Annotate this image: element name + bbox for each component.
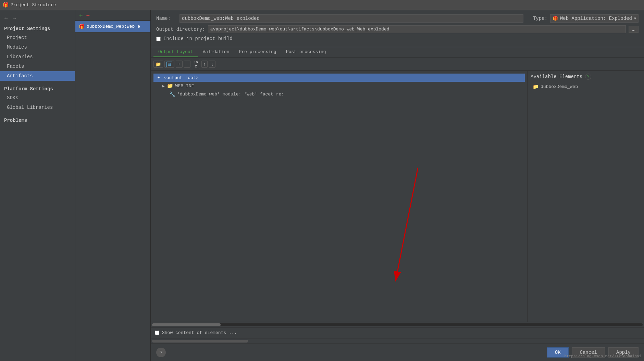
expand-arrow-icon: ▶ [162, 84, 165, 88]
move-down-icon: ↓ [211, 62, 213, 67]
tab-output-layout[interactable]: Output Layout [153, 47, 198, 57]
include-checkbox[interactable] [156, 37, 161, 41]
bottom-left: ? [156, 348, 166, 357]
title-text: Project Structure [11, 2, 56, 8]
sidebar-item-artifacts[interactable]: Artifacts [0, 71, 75, 81]
output-main: ◈ <output root> ▶ 📁 WEB-INF 🔧 'dub [151, 71, 644, 322]
artifact-gift-icon: 🎁 [79, 24, 85, 29]
sort-btn[interactable]: ↕az [192, 59, 200, 69]
bottom-scrollbar-area[interactable] [151, 338, 644, 344]
move-up-icon: ↑ [203, 62, 206, 67]
project-icon: 📁 [533, 84, 538, 90]
available-title: Available Elements [531, 74, 582, 79]
scrollbar-thumb[interactable] [152, 323, 221, 326]
module-web-label: 'dubboxDemo_web' module: 'Web' facet re: [177, 92, 284, 97]
available-item-dubbox[interactable]: 📁 dubboxDemo_web [531, 82, 641, 91]
move-down-btn[interactable]: ↓ [209, 61, 215, 68]
main-layout: ← → Project Settings Project Modules Lib… [0, 10, 644, 361]
name-input[interactable] [179, 14, 523, 23]
name-label: Name: [156, 16, 177, 21]
sidebar-item-facets[interactable]: Facets [0, 62, 75, 71]
sidebar-item-project[interactable]: Project [0, 33, 75, 42]
horizontal-scrollbar[interactable] [151, 322, 644, 327]
file-btn[interactable]: ▦ [164, 61, 174, 68]
type-dropdown[interactable]: 🎁 Web Application: Exploded ▼ [550, 14, 639, 23]
remove-element-btn[interactable]: − [184, 61, 191, 68]
watermark: https://blog.csdn.net/ITxiaobaibai [565, 354, 641, 358]
module-icon: 🔧 [169, 91, 175, 97]
output-root-icon: ◈ [156, 75, 162, 81]
available-help-button[interactable]: ? [585, 74, 591, 80]
tab-pre-processing[interactable]: Pre-processing [234, 47, 281, 57]
name-row: Name: Type: 🎁 Web Application: Exploded … [156, 14, 639, 23]
artifact-item-label: dubboxDemo_web:Web e [87, 24, 140, 29]
available-item-label: dubboxDemo_web [541, 84, 578, 89]
add-element-icon: + [178, 62, 181, 67]
available-header: Available Elements ? [531, 74, 641, 80]
artifact-toolbar: + − [75, 10, 150, 21]
output-dir-row: Output directory: ... [156, 25, 639, 33]
output-layout-inner: 📁 ▦ + − ↕az ↑ [151, 57, 644, 338]
title-icon: 🎁 [3, 2, 9, 8]
platform-settings-header: Platform Settings [0, 85, 75, 93]
problems-header: Problems [0, 116, 75, 125]
sort-icon: ↕az [194, 60, 198, 68]
sidebar-item-modules[interactable]: Modules [0, 42, 75, 52]
show-content-checkbox[interactable] [155, 331, 159, 335]
project-settings-header: Project Settings [0, 25, 75, 33]
add-artifact-button[interactable]: + [78, 12, 84, 18]
scrollbar-track [152, 323, 643, 326]
type-value-text: Web Application: Exploded [560, 16, 632, 21]
title-bar: 🎁 Project Structure [0, 0, 644, 10]
h-scrollbar-thumb[interactable] [152, 340, 248, 343]
include-label: Include in project build [163, 36, 233, 41]
sidebar-item-global-libraries[interactable]: Global Libraries [0, 103, 75, 112]
content-area: Name: Type: 🎁 Web Application: Exploded … [151, 10, 644, 361]
output-toolbar: 📁 ▦ + − ↕az ↑ [151, 57, 644, 71]
output-tree: ◈ <output root> ▶ 📁 WEB-INF 🔧 'dub [151, 71, 528, 322]
folder-toolbar-icon: 📁 [156, 62, 161, 67]
tab-validation[interactable]: Validation [198, 47, 234, 57]
show-content-row: Show content of elements ... [151, 327, 644, 338]
type-label: Type: [533, 16, 547, 21]
show-content-label: Show content of elements ... [162, 330, 237, 335]
bottom-bar: ? OK Cancel Apply [151, 344, 644, 361]
sidebar-item-libraries[interactable]: Libraries [0, 52, 75, 62]
tabs-bar: Output Layout Validation Pre-processing … [151, 47, 644, 57]
folder-btn[interactable]: 📁 [153, 61, 163, 68]
dropdown-arrow-icon: ▼ [634, 17, 636, 21]
sidebar: ← → Project Settings Project Modules Lib… [0, 10, 75, 361]
artifacts-list-panel: + − 🎁 dubboxDemo_web:Web e [75, 10, 151, 361]
help-button[interactable]: ? [156, 348, 166, 357]
nav-buttons: ← → [0, 13, 75, 25]
browse-button[interactable]: ... [629, 26, 639, 33]
forward-button[interactable]: → [11, 14, 18, 22]
type-icon: 🎁 [553, 16, 558, 21]
web-inf-label: WEB-INF [175, 83, 194, 89]
back-button[interactable]: ← [3, 14, 10, 22]
move-up-btn[interactable]: ↑ [201, 61, 208, 68]
add-element-btn[interactable]: + [176, 61, 183, 68]
artifact-item[interactable]: 🎁 dubboxDemo_web:Web e [75, 21, 150, 32]
output-dir-input[interactable] [208, 25, 626, 33]
available-panel: Available Elements ? 📁 dubboxDemo_web [528, 71, 644, 322]
tree-item-module-web[interactable]: 🔧 'dubboxDemo_web' module: 'Web' facet r… [167, 90, 525, 98]
output-dir-label: Output directory: [156, 27, 205, 32]
remove-element-icon: − [186, 62, 189, 67]
tree-item-output-root[interactable]: ◈ <output root> [153, 74, 525, 82]
sidebar-item-sdks[interactable]: SDKs [0, 93, 75, 103]
folder-yellow-icon: 📁 [167, 83, 173, 89]
tree-item-web-inf[interactable]: ▶ 📁 WEB-INF [160, 82, 525, 90]
output-root-label: <output root> [164, 75, 198, 80]
tab-post-processing[interactable]: Post-processing [281, 47, 331, 57]
include-row: Include in project build [156, 36, 639, 41]
file-toolbar-icon: ▦ [166, 62, 172, 67]
remove-artifact-button[interactable]: − [85, 12, 91, 18]
form-area: Name: Type: 🎁 Web Application: Exploded … [151, 10, 644, 47]
